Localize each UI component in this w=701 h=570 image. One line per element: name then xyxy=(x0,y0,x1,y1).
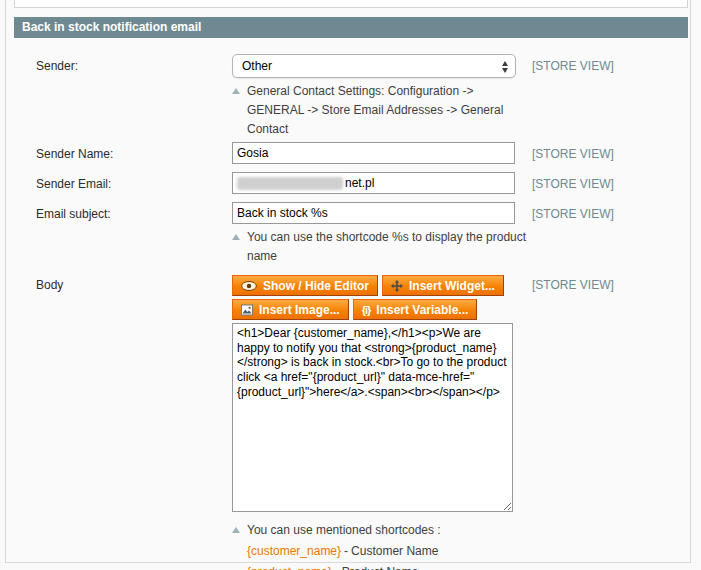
insert-widget-button[interactable]: Insert Widget... xyxy=(382,275,504,296)
eye-icon xyxy=(241,281,257,291)
body-label: Body xyxy=(14,275,232,292)
insert-image-label: Insert Image... xyxy=(259,303,340,317)
sender-select[interactable]: Other xyxy=(232,54,516,78)
body-editor-textarea[interactable]: <h1>Dear {customer_name},</h1><p>We are … xyxy=(232,323,513,512)
select-spinner-icon xyxy=(502,61,508,73)
shortcode-token: {customer_name} xyxy=(247,544,341,558)
sender-select-value: Other xyxy=(242,59,272,73)
redacted-email-blur xyxy=(237,177,343,190)
store-view-scope: [STORE VIEW] xyxy=(532,202,614,221)
sender-name-row: Sender Name: [STORE VIEW] xyxy=(14,142,688,164)
shortcode-line: {customer_name}-Customer Name xyxy=(247,541,532,562)
sender-row: Sender: Other General Contact Settings: … xyxy=(14,54,688,139)
body-shortcodes-note: You can use mentioned shortcodes : {cust… xyxy=(232,520,532,570)
shortcode-token: {product_name} xyxy=(247,565,332,570)
image-icon xyxy=(241,304,253,316)
store-view-scope: [STORE VIEW] xyxy=(532,54,614,73)
email-subject-row: Email subject: You can use the shortcode… xyxy=(14,202,688,266)
sender-label: Sender: xyxy=(14,54,232,73)
email-subject-label: Email subject: xyxy=(14,202,232,221)
insert-image-button[interactable]: Insert Image... xyxy=(232,299,349,320)
shortcode-desc: Customer Name xyxy=(351,544,438,558)
shortcodes-note-title: You can use mentioned shortcodes : xyxy=(247,520,532,541)
shortcode-line: {product_name}-Product Name xyxy=(247,562,532,570)
editor-buttons-row-1: Show / Hide Editor Insert Widget... xyxy=(232,275,532,296)
widget-icon xyxy=(391,280,403,292)
insert-widget-label: Insert Widget... xyxy=(409,279,495,293)
sender-note: General Contact Settings: Configuration … xyxy=(232,82,532,139)
config-page: Back in stock notification email Sender:… xyxy=(0,0,701,570)
note-triangle-icon xyxy=(232,527,240,533)
shortcode-separator: - xyxy=(335,565,339,570)
email-subject-input[interactable] xyxy=(232,202,515,224)
sender-email-row: Sender Email: net.pl [STORE VIEW] xyxy=(14,172,688,194)
store-view-scope: [STORE VIEW] xyxy=(532,172,614,191)
section-title: Back in stock notification email xyxy=(22,20,201,34)
sender-email-input[interactable]: net.pl xyxy=(232,172,515,194)
sender-name-input[interactable] xyxy=(232,142,515,164)
variable-icon: {i} xyxy=(362,304,371,316)
shortcode-separator: - xyxy=(344,544,348,558)
previous-section-remnant xyxy=(14,0,688,8)
sender-email-visible-text: net.pl xyxy=(345,176,374,190)
show-hide-editor-button[interactable]: Show / Hide Editor xyxy=(232,275,378,296)
insert-variable-label: Insert Variable... xyxy=(376,303,468,317)
section-header: Back in stock notification email xyxy=(14,17,688,38)
editor-buttons-row-2: Insert Image... {i} Insert Variable... xyxy=(232,299,532,320)
sender-note-text: General Contact Settings: Configuration … xyxy=(247,84,503,136)
note-triangle-icon xyxy=(232,234,240,240)
note-triangle-icon xyxy=(232,88,240,94)
body-row: Body Show / Hide Editor xyxy=(14,275,688,570)
email-subject-note-text: You can use the shortcode %s to display … xyxy=(247,230,526,263)
section-body: Sender: Other General Contact Settings: … xyxy=(14,38,688,570)
store-view-scope: [STORE VIEW] xyxy=(532,275,614,292)
email-subject-note: You can use the shortcode %s to display … xyxy=(232,228,532,266)
insert-variable-button[interactable]: {i} Insert Variable... xyxy=(353,299,478,320)
sender-name-label: Sender Name: xyxy=(14,142,232,161)
show-hide-editor-label: Show / Hide Editor xyxy=(263,279,369,293)
sender-email-label: Sender Email: xyxy=(14,172,232,191)
shortcode-desc: Product Name xyxy=(342,565,419,570)
store-view-scope: [STORE VIEW] xyxy=(532,142,614,161)
